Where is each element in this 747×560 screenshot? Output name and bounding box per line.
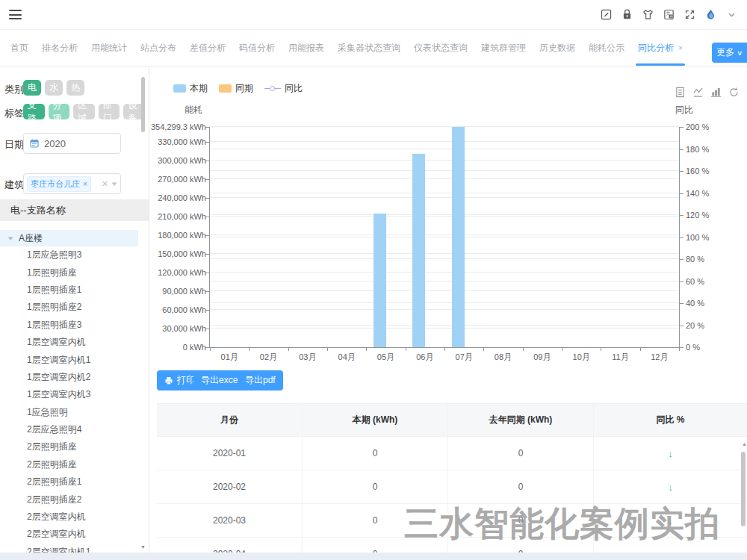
- data-view-icon[interactable]: [675, 87, 686, 98]
- category-chip-水[interactable]: 水: [45, 80, 63, 96]
- tag-remove-icon[interactable]: ×: [83, 180, 87, 188]
- more-button[interactable]: 更多 ∨: [712, 43, 747, 63]
- tree-node[interactable]: 1层照明插座: [0, 264, 138, 281]
- tab-差值分析[interactable]: 差值分析: [183, 30, 232, 66]
- comparison-table: 月份本期 (kWh)去年同期 (kWh)同比 % 2020-0100↓2020-…: [157, 403, 747, 560]
- edit-note-icon[interactable]: [599, 8, 613, 22]
- tree-node[interactable]: 1应急照明: [0, 404, 138, 421]
- x-axis-label: 08月: [483, 352, 522, 363]
- line-chart-icon[interactable]: [692, 87, 704, 98]
- y2-axis-tick-label: 40 %: [686, 299, 704, 308]
- gridline: [210, 197, 679, 198]
- tree-node[interactable]: 2层照明插座: [0, 438, 138, 455]
- restore-icon[interactable]: [728, 87, 740, 98]
- x-axis-tick: [327, 347, 328, 351]
- tab-同比分析[interactable]: 同比分析×: [631, 30, 689, 66]
- fullscreen-icon[interactable]: [683, 8, 696, 22]
- tab-排名分析[interactable]: 排名分析: [35, 30, 84, 66]
- tab-历史数据[interactable]: 历史数据: [533, 30, 582, 66]
- y-axis-tick: [205, 127, 209, 128]
- table-header: 月份本期 (kWh)去年同期 (kWh)同比 %: [157, 403, 747, 437]
- tab-用能报表[interactable]: 用能报表: [282, 30, 331, 66]
- bar-06月[interactable]: [412, 154, 425, 347]
- tree-node[interactable]: 1层照明插座2: [0, 299, 138, 316]
- app-logo[interactable]: [704, 8, 717, 22]
- tab-仪表状态查询[interactable]: 仪表状态查询: [407, 30, 474, 66]
- tree-node[interactable]: 1层应急照明3: [0, 246, 138, 264]
- tag-chip-分项[interactable]: 分项: [49, 104, 70, 119]
- tag-chip-支路[interactable]: 支路: [23, 104, 45, 119]
- tree-node[interactable]: 2层空调室内机: [0, 508, 138, 526]
- gridline: [210, 170, 679, 171]
- x-axis-label: 10月: [562, 352, 601, 363]
- tab-能耗公示[interactable]: 能耗公示: [582, 30, 631, 66]
- tree-node[interactable]: 2层照明插座1: [0, 473, 138, 491]
- topbar-icons: 文A: [599, 8, 738, 22]
- gridline: [210, 178, 679, 179]
- building-select[interactable]: 枣庄市台儿庄 × ✕ ▼: [23, 173, 121, 194]
- tab-bar: 首页排名分析用能统计站点分布差值分析码值分析用能报表采集器状态查询仪表状态查询建…: [0, 30, 747, 66]
- tag-chip-区域[interactable]: 区域: [73, 104, 95, 119]
- more-caret-icon: ∨: [737, 49, 743, 57]
- gridline: [210, 258, 679, 259]
- tree-node[interactable]: 2层空调室内机: [0, 526, 138, 543]
- legend-item-present[interactable]: 本期: [173, 82, 208, 95]
- category-chips: 电水热: [23, 80, 88, 96]
- tree-node[interactable]: 1层空调室内机3: [0, 386, 138, 403]
- tree-node[interactable]: 1层照明插座1: [0, 281, 138, 299]
- category-chip-热[interactable]: 热: [66, 80, 84, 96]
- tab-close-icon[interactable]: ×: [678, 44, 683, 52]
- tree-node[interactable]: 2层照明插座: [0, 456, 138, 473]
- tab-用能统计[interactable]: 用能统计: [84, 30, 134, 66]
- tab-码值分析[interactable]: 码值分析: [232, 30, 282, 66]
- bar-07月[interactable]: [452, 127, 465, 347]
- tree-node[interactable]: 2层应急照明4: [0, 421, 138, 438]
- tree-node[interactable]: 1层照明插座3: [0, 317, 138, 334]
- gridline: [210, 302, 679, 303]
- x-axis-label: 09月: [523, 352, 562, 363]
- tab-label: 码值分析: [239, 42, 275, 55]
- y2-axis-tick-label: 200 %: [686, 122, 709, 131]
- lock-icon[interactable]: [620, 8, 633, 22]
- tree-node[interactable]: 1层空调室内机2: [0, 369, 138, 386]
- legend-item-yoy[interactable]: 同比: [264, 82, 303, 95]
- y-axis-tick: [205, 198, 209, 199]
- sidebar-scrollbar[interactable]: [141, 77, 145, 132]
- theme-shirt-icon[interactable]: [641, 8, 654, 22]
- translate-icon[interactable]: 文A: [662, 8, 675, 22]
- y-axis-title: 能耗: [185, 104, 202, 116]
- table-scrollbar[interactable]: [741, 452, 746, 526]
- tab-建筑群管理[interactable]: 建筑群管理: [474, 30, 533, 66]
- menu-toggle-icon[interactable]: [9, 10, 22, 19]
- table-scroll-up-icon[interactable]: ▲: [742, 441, 747, 447]
- horizontal-scrollbar-track[interactable]: [0, 553, 747, 560]
- tag-chip-部门[interactable]: 部门: [99, 104, 120, 119]
- y2-axis-tick: [679, 127, 684, 128]
- tab-站点分布[interactable]: 站点分布: [134, 30, 183, 66]
- tab-label: 历史数据: [539, 42, 575, 55]
- tree-parent-node[interactable]: ▼ A座楼: [0, 230, 138, 246]
- y2-axis-tick: [679, 281, 684, 282]
- tree-node[interactable]: 2层照明插座2: [0, 491, 138, 508]
- tree-expand-icon[interactable]: ▼: [6, 235, 14, 242]
- sidebar-scroll-down-icon[interactable]: ▼: [140, 544, 146, 550]
- export-pdf-button[interactable]: 导出pdf: [238, 370, 283, 391]
- y-axis-tick-label: 150,000 kWh: [149, 249, 206, 258]
- bar-05月[interactable]: [374, 214, 386, 347]
- tab-采集器状态查询[interactable]: 采集器状态查询: [331, 30, 407, 66]
- select-clear-icon[interactable]: ✕: [102, 179, 108, 189]
- category-chip-电[interactable]: 电: [23, 80, 41, 96]
- legend-item-same-period[interactable]: 同期: [219, 82, 253, 95]
- tree-node[interactable]: 1层空调室内机: [0, 334, 138, 351]
- print-label: 打印: [177, 374, 195, 387]
- legend-present-swatch: [173, 84, 186, 93]
- chevron-down-icon[interactable]: [725, 8, 738, 22]
- bar-chart-icon[interactable]: [710, 87, 722, 98]
- x-axis-label: 04月: [327, 352, 366, 363]
- tree-node[interactable]: 1层空调室内机1: [0, 351, 138, 368]
- x-axis-label: 03月: [288, 352, 327, 363]
- date-input[interactable]: 2020: [23, 133, 121, 154]
- tab-首页[interactable]: 首页: [4, 30, 35, 66]
- main-panel: 本期 同期 同比 能耗 同比 354,299.3 kWh330,000 kWh3…: [150, 66, 747, 560]
- tab-label: 能耗公示: [589, 42, 624, 55]
